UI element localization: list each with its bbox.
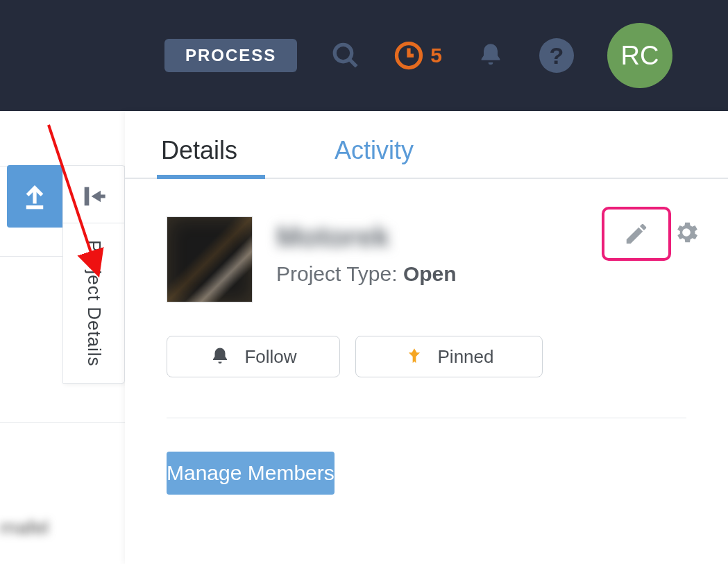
clock-icon (394, 41, 423, 70)
project-info: Motorek Project Type: Open (276, 216, 457, 302)
side-panel: Project Details (62, 165, 125, 384)
project-type-line: Project Type: Open (276, 262, 457, 286)
pencil-icon (623, 221, 650, 247)
edit-button[interactable] (602, 207, 671, 261)
tab-bar: Details Activity (125, 136, 728, 179)
pin-icon (405, 347, 424, 366)
action-buttons: Follow Pinned (125, 302, 728, 377)
main-panel: Details Activity Motorek Project Type: O… (125, 111, 728, 564)
pinned-button[interactable]: Pinned (355, 336, 543, 377)
process-button[interactable]: PROCESS (164, 39, 297, 72)
gear-icon[interactable] (672, 219, 700, 249)
svg-rect-5 (85, 187, 90, 206)
follow-button[interactable]: Follow (167, 336, 340, 377)
project-header: Motorek Project Type: Open (125, 179, 728, 302)
search-icon[interactable] (330, 40, 361, 71)
project-type-label: Project Type: (276, 262, 403, 285)
header-actions (602, 207, 700, 261)
side-panel-label: Project Details (83, 240, 105, 367)
clock-counter[interactable]: 5 (394, 41, 442, 70)
svg-line-1 (350, 59, 357, 67)
svg-point-0 (335, 44, 353, 62)
collapse-icon[interactable] (80, 182, 108, 213)
divider (167, 418, 686, 418)
project-thumbnail[interactable] (167, 216, 253, 302)
help-icon[interactable]: ? (539, 38, 574, 73)
tab-details[interactable]: Details (161, 136, 237, 178)
blurred-item-text: rnafel (0, 517, 49, 539)
project-type-value: Open (403, 262, 457, 285)
clock-count-value: 5 (430, 44, 442, 67)
tab-activity[interactable]: Activity (335, 136, 414, 178)
bell-icon (210, 346, 230, 367)
svg-marker-6 (92, 191, 101, 203)
topbar: PROCESS 5 ? RC (0, 0, 728, 111)
divider (63, 223, 124, 223)
list-row (0, 111, 125, 166)
upload-button[interactable] (7, 165, 62, 228)
bell-icon[interactable] (475, 40, 506, 71)
user-avatar[interactable]: RC (607, 23, 672, 88)
follow-label: Follow (244, 346, 296, 368)
manage-members-button[interactable]: Manage Members (167, 452, 335, 495)
pinned-label: Pinned (438, 346, 494, 368)
project-name: Motorek (276, 221, 457, 254)
upload-icon (20, 182, 49, 211)
